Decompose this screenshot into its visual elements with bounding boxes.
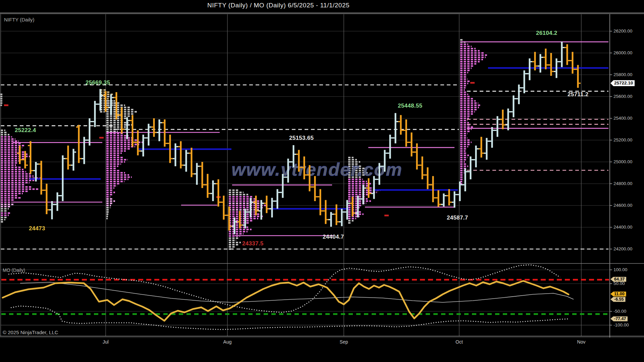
ohlc-bar [502,110,504,129]
ohlc-bar [357,196,359,218]
ohlc-bar [363,185,364,204]
ohlc-bar [73,149,74,171]
ohlc-open-tick [296,154,298,155]
ohlc-close-tick [144,137,146,139]
ohlc-open-tick [210,193,212,194]
ohlc-open-tick [318,196,320,197]
ohlc-bar [207,174,209,198]
ohlc-bar [529,58,531,80]
ohlc-open-tick [33,170,35,171]
ohlc-open-tick [404,130,406,131]
ohlc-bar [255,196,257,216]
ohlc-close-tick [246,212,248,213]
ohlc-close-tick [198,166,200,167]
ohlc-bar [427,167,429,189]
ohlc-bar [341,209,343,226]
ohlc-close-tick [225,215,227,216]
ohlc-close-tick [278,192,280,193]
ohlc-close-tick [252,201,254,203]
ohlc-close-tick [209,193,211,194]
ohlc-open-tick [554,71,556,72]
ohlc-bar [218,179,219,206]
ohlc-bar [35,162,37,182]
ohlc-bar [46,184,48,214]
ohlc-open-tick [366,187,368,189]
ohlc-open-tick [344,212,346,213]
ohlc-close-tick [133,142,136,143]
ohlc-open-tick [436,197,438,198]
ohlc-bar [57,192,58,211]
ohlc-bar [556,58,557,78]
ohlc-close-tick [37,164,39,165]
ohlc-open-tick [157,132,159,133]
ohlc-close-tick [574,69,576,70]
ohlc-open-tick [71,165,73,166]
ohlc-close-tick [284,177,286,178]
ohlc-open-tick [484,153,486,154]
ohlc-bar [41,161,42,195]
ohlc-open-tick [339,221,341,223]
ohlc-close-tick [439,204,441,205]
ohlc-bar [78,125,80,163]
price-chart-canvas[interactable]: www.vtrender.com [0,0,644,362]
ohlc-close-tick [241,225,243,226]
ohlc-bar [470,157,472,179]
ohlc-open-tick [420,165,422,166]
ohlc-close-tick [321,210,323,212]
ohlc-bar [443,193,445,206]
ohlc-bar [395,113,396,143]
ohlc-bar [389,135,391,159]
ohlc-close-tick [450,201,452,203]
ohlc-open-tick [323,210,325,212]
ohlc-open-tick [538,65,540,67]
ohlc-open-tick [98,104,100,105]
ohlc-bar [24,151,26,169]
ohlc-close-tick [472,159,474,161]
ohlc-bar [164,119,166,146]
ohlc-bar [475,145,477,167]
ohlc-bar [137,130,139,156]
ohlc-open-tick [200,166,202,167]
ohlc-bar [507,109,509,130]
ohlc-close-tick [380,166,382,167]
ohlc-close-tick [101,95,103,96]
ohlc-close-tick [91,121,93,122]
ohlc-bar [212,180,214,201]
ohlc-bar [454,191,455,208]
ohlc-open-tick [114,97,116,98]
ohlc-open-tick [559,61,561,62]
ohlc-close-tick [364,187,366,189]
ohlc-bar [384,150,386,172]
ohlc-open-tick [39,164,41,165]
ohlc-bar [572,52,574,74]
ohlc-open-tick [194,173,196,175]
ohlc-open-tick [473,159,475,161]
ohlc-close-tick [536,65,538,67]
ohlc-open-tick [377,179,379,180]
ohlc-bar [121,108,123,134]
ninjatrader-window: www.vtrender.com NIFTY (Daily) / MO (Dai… [0,0,644,362]
ohlc-open-tick [393,137,395,139]
ohlc-open-tick [500,119,502,120]
ohlc-open-tick [441,204,443,205]
ohlc-bar [282,174,284,198]
ohlc-bar [513,96,515,117]
ohlc-bar [287,159,289,183]
ohlc-close-tick [337,221,339,223]
ohlc-open-tick [575,69,577,70]
ohlc-close-tick [182,165,184,166]
ohlc-close-tick [413,152,415,153]
ohlc-open-tick [280,192,282,193]
ohlc-bar [346,200,348,220]
ohlc-close-tick [74,152,76,153]
ohlc-bar [30,141,32,174]
ohlc-bar [448,189,450,205]
ohlc-bar [277,189,278,209]
ohlc-close-tick [455,194,458,195]
ohlc-bar [239,211,241,228]
ohlc-bar [175,143,176,166]
ohlc-close-tick [305,174,307,176]
ohlc-open-tick [124,129,126,130]
ohlc-open-tick [49,209,51,210]
ohlc-close-tick [348,203,350,204]
